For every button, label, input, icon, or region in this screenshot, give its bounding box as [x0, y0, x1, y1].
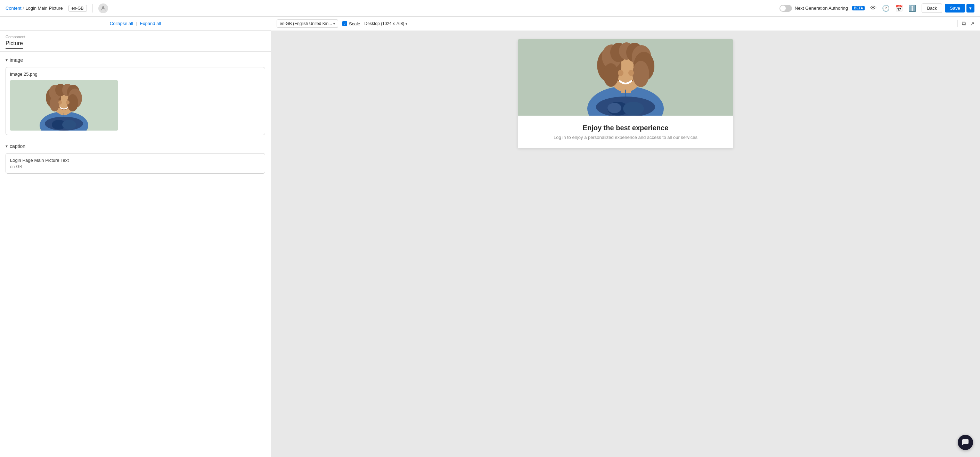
- collapse-all-button[interactable]: Collapse all: [110, 21, 133, 26]
- breadcrumb-page: Login Main Picture: [25, 6, 63, 11]
- nav-icons: 👁 🕐 📅 ℹ️: [870, 5, 916, 12]
- back-button[interactable]: Back: [922, 3, 942, 13]
- caption-text: Login Page Main Picture Text: [10, 158, 261, 163]
- scale-checkbox[interactable]: ✓ Scale: [342, 21, 360, 26]
- toolbar-row: Collapse all | Expand all: [0, 17, 271, 30]
- right-panel: en-GB (English United Kin... ▾ ✓ Scale D…: [271, 17, 980, 457]
- svg-point-32: [618, 70, 624, 76]
- preview-image-area: [518, 39, 733, 116]
- image-section-title: image: [10, 57, 23, 63]
- locale-dropdown-arrow: ▾: [333, 22, 335, 26]
- svg-point-38: [608, 103, 621, 113]
- avatar[interactable]: [99, 3, 108, 13]
- scale-checkbox-box: ✓: [342, 21, 347, 26]
- expand-all-button[interactable]: Expand all: [140, 21, 161, 26]
- calendar-icon[interactable]: 📅: [895, 5, 903, 12]
- history-icon[interactable]: 🕐: [882, 5, 889, 12]
- viewport-selector[interactable]: Desktop (1024 x 768) ▾: [364, 21, 408, 26]
- copy-icon[interactable]: ⧉: [962, 21, 966, 27]
- svg-point-31: [603, 63, 619, 87]
- next-gen-toggle[interactable]: [780, 5, 792, 12]
- scale-label: Scale: [349, 21, 360, 26]
- external-link-icon[interactable]: ↗: [970, 21, 974, 27]
- caption-chevron-icon: ▾: [6, 144, 8, 149]
- svg-point-30: [633, 61, 649, 87]
- preview-text-area: Enjoy the best experience Log in to enjo…: [518, 116, 733, 148]
- breadcrumb-root[interactable]: Content: [6, 6, 22, 11]
- svg-point-0: [102, 6, 104, 8]
- save-button[interactable]: Save: [945, 4, 965, 13]
- image-card: image 25.png: [6, 67, 265, 135]
- left-scroll: ▾ image image 25.png: [0, 52, 271, 457]
- component-section: Component Picture: [0, 30, 271, 52]
- caption-locale: en-GB: [10, 164, 261, 169]
- svg-point-18: [62, 120, 76, 130]
- component-label: Component: [6, 35, 265, 39]
- svg-point-37: [623, 102, 644, 116]
- top-nav: Content / Login Main Picture en-GB Next …: [0, 0, 980, 17]
- preview-toolbar-icons: ⧉ ↗: [962, 21, 974, 27]
- toggle-label: Next Generation Authoring: [795, 6, 848, 11]
- locale-selector[interactable]: en-GB (English United Kin... ▾: [277, 19, 338, 28]
- image-thumbnail: [10, 80, 118, 130]
- eye-icon[interactable]: 👁: [870, 5, 877, 12]
- next-gen-toggle-group: Next Generation Authoring BETA: [780, 5, 865, 12]
- image-section-header[interactable]: ▾ image: [6, 57, 265, 63]
- caption-section-title: caption: [10, 143, 25, 149]
- beta-badge: BETA: [852, 6, 865, 10]
- breadcrumb: Content / Login Main Picture en-GB: [6, 5, 87, 12]
- preview-content: Enjoy the best experience Log in to enjo…: [271, 31, 980, 457]
- info-icon[interactable]: ℹ️: [908, 5, 916, 12]
- component-value: Picture: [6, 40, 23, 49]
- svg-point-12: [50, 96, 59, 111]
- caption-section-header[interactable]: ▾ caption: [6, 143, 265, 149]
- breadcrumb-sep: /: [23, 6, 24, 11]
- svg-point-33: [628, 70, 634, 76]
- image-chevron-icon: ▾: [6, 58, 8, 62]
- svg-point-14: [66, 100, 70, 105]
- nav-divider: [92, 4, 93, 13]
- save-dropdown-button[interactable]: ▾: [966, 4, 974, 13]
- locale-selector-text: en-GB (English United Kin...: [280, 21, 332, 26]
- viewport-dropdown-arrow: ▾: [406, 22, 407, 26]
- preview-frame: Enjoy the best experience Log in to enjo…: [518, 39, 733, 148]
- locale-badge: en-GB: [68, 5, 87, 12]
- caption-card: Login Page Main Picture Text en-GB: [6, 153, 265, 174]
- image-filename: image 25.png: [10, 71, 261, 77]
- viewport-label: Desktop (1024 x 768): [364, 21, 404, 26]
- preview-content-title: Enjoy the best experience: [523, 124, 728, 132]
- left-panel: Collapse all | Expand all Component Pict…: [0, 17, 271, 457]
- svg-point-13: [58, 100, 62, 105]
- chat-bubble[interactable]: [958, 435, 973, 450]
- preview-content-subtitle: Log in to enjoy a personalized experienc…: [523, 135, 728, 140]
- preview-toolbar-divider: [958, 20, 958, 27]
- preview-toolbar: en-GB (English United Kin... ▾ ✓ Scale D…: [271, 17, 980, 31]
- toolbar-sep: |: [136, 21, 137, 26]
- main-layout: Collapse all | Expand all Component Pict…: [0, 17, 980, 457]
